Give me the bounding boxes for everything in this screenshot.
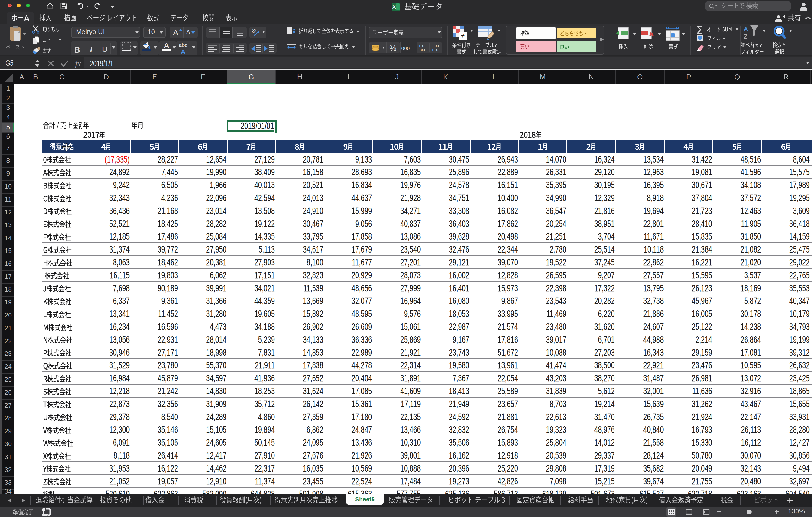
svg-text:.0: .0 [421, 44, 425, 48]
svg-text:X: X [393, 4, 396, 10]
svg-text:≠: ≠ [461, 32, 465, 40]
svg-text:Z: Z [744, 33, 748, 40]
svg-text:A: A [744, 25, 748, 32]
svg-text:ab: ab [252, 28, 258, 35]
svg-text:.00: .00 [434, 44, 439, 48]
svg-text:.0: .0 [435, 48, 438, 52]
svg-text:.00: .00 [420, 48, 425, 52]
